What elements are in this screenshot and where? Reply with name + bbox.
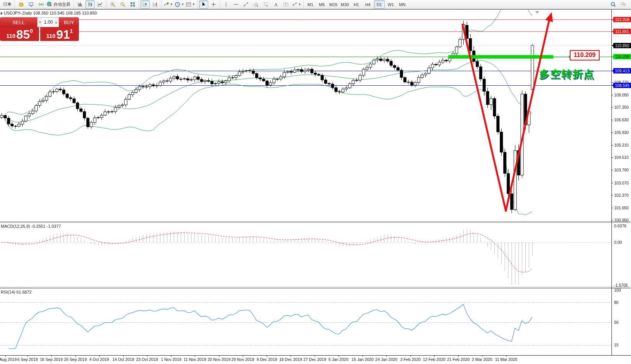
svg-text:T: T: [285, 3, 287, 6]
time-tick-mark: [434, 355, 435, 357]
time-tick-mark: [99, 355, 100, 357]
yellow-doc-icon: [18, 2, 24, 7]
time-tick-mark: [75, 355, 76, 357]
sell-price-int: 110: [6, 32, 15, 40]
sell-button[interactable]: SELL: [0, 17, 37, 27]
indicators-icon[interactable]: ▼: [163, 0, 173, 9]
price-tick-mark: [611, 157, 613, 158]
volume-input[interactable]: 1.00: [43, 20, 54, 25]
new-order-button[interactable]: 订单: [2, 0, 13, 9]
price-tick-mark: [611, 107, 613, 108]
dropdown-arrow-icon[interactable]: ▼: [192, 3, 195, 6]
timeframe-button-m30[interactable]: M30: [340, 0, 350, 9]
crosshair-icon[interactable]: [209, 0, 218, 9]
time-axis-label: 3 Feb 2020: [400, 357, 420, 362]
chart-shift-marker[interactable]: [535, 11, 539, 14]
panel-separator[interactable]: [0, 287, 631, 287]
timeframe-button-w1[interactable]: W1: [386, 0, 396, 9]
shapes-icon[interactable]: ▼: [291, 0, 302, 9]
line-chart-icon[interactable]: [95, 0, 105, 9]
chart-frame-border: [0, 9, 631, 10]
yellow-doc-icon[interactable]: [16, 0, 26, 9]
buy-price[interactable]: 110 91 1: [40, 27, 79, 41]
zoom-in-icon[interactable]: [108, 0, 117, 9]
timeframe-button-h1[interactable]: H1: [351, 0, 362, 9]
label-icon[interactable]: T: [281, 0, 291, 9]
timeframe-button-h4[interactable]: H4: [363, 0, 373, 9]
time-tick-mark: [458, 355, 459, 357]
timeframe-button-m5[interactable]: M5: [317, 0, 327, 9]
price-tick-mark: [611, 220, 613, 220]
tile-windows-icon[interactable]: [128, 0, 137, 9]
sell-price[interactable]: 110 85 0: [0, 27, 39, 41]
zoom-out-icon: [120, 2, 126, 7]
green-signal-icon[interactable]: [36, 0, 46, 9]
search-icon[interactable]: [608, 0, 618, 9]
time-tick-mark: [506, 355, 507, 357]
autotrade-button-label: 自动交易: [52, 2, 72, 7]
timeframe-button-m15[interactable]: M15: [328, 0, 339, 9]
hline-icon[interactable]: [232, 0, 241, 9]
trendline-icon[interactable]: [242, 0, 251, 9]
time-tick-mark: [267, 355, 267, 357]
dropdown-arrow-icon[interactable]: ▼: [298, 3, 301, 6]
zoom-out-icon[interactable]: [118, 0, 127, 9]
timeframe-button-mn[interactable]: MN: [397, 0, 408, 9]
time-tick-mark: [123, 355, 124, 357]
autotrade-button[interactable]: 自动交易: [46, 0, 72, 9]
time-tick-mark: [28, 355, 28, 357]
price-tick-mark: [611, 170, 613, 170]
price-tick-mark: [611, 183, 613, 183]
dropdown-arrow-icon[interactable]: ▼: [181, 3, 184, 6]
periods-icon[interactable]: ▼: [174, 0, 185, 9]
price-tick-label: 101.650: [614, 206, 629, 210]
blue-terminal-icon[interactable]: [26, 0, 36, 9]
search-icon: [610, 2, 616, 7]
toolbar-group: [139, 0, 161, 9]
panel-separator[interactable]: [0, 221, 631, 222]
templates-icon: [186, 2, 191, 7]
volume-control: ▼ 1.00 ▲: [37, 17, 59, 27]
chart-canvas[interactable]: [0, 0, 631, 364]
green-signal-icon: [38, 2, 44, 7]
time-axis-label: 6 Jan 2020: [329, 357, 348, 362]
auto-scroll-icon[interactable]: [141, 0, 150, 9]
text-icon: A: [273, 2, 279, 7]
shapes-icon: [292, 2, 298, 7]
bar-chart-icon[interactable]: [75, 0, 85, 9]
sell-price-main: 85: [16, 29, 30, 40]
candlestick-icon[interactable]: [85, 0, 95, 9]
timeframe-button-d1[interactable]: D1: [374, 0, 385, 9]
vline-icon[interactable]: [222, 0, 231, 9]
chart-shift-icon[interactable]: [150, 0, 160, 9]
time-tick-mark: [410, 355, 411, 357]
fibonacci-icon[interactable]: F: [262, 0, 271, 9]
time-axis-label: 16 Sep 2019: [40, 357, 63, 362]
chat-icon[interactable]: [618, 0, 628, 9]
volume-increase-button[interactable]: ▲: [54, 18, 59, 27]
timeframe-button-m1[interactable]: M1: [305, 0, 316, 9]
text-icon[interactable]: A: [271, 0, 281, 9]
volume-decrease-button[interactable]: ▼: [38, 18, 43, 27]
toolbar-group: 订单: [0, 0, 15, 9]
buy-button[interactable]: BUY: [59, 17, 79, 27]
price-tick-label: 103.790: [614, 168, 629, 172]
toolbar-group: EFAT▼: [220, 0, 303, 9]
price-tick-mark: [611, 208, 613, 208]
candlestick-icon: [87, 2, 93, 7]
panel-separator[interactable]: [0, 222, 631, 223]
templates-icon[interactable]: ▼: [185, 0, 196, 9]
channel-icon[interactable]: E: [252, 0, 261, 9]
chart-title: USDJPY-,Daily 108.350 110.945 108.185 11…: [4, 11, 97, 15]
cursor-icon[interactable]: [199, 0, 208, 9]
panel-separator[interactable]: [0, 288, 631, 289]
time-tick-mark: [338, 355, 339, 357]
price-tick-mark: [611, 82, 613, 83]
time-axis-border: [0, 355, 631, 356]
time-axis-label: 6 Sep 2019: [17, 357, 38, 362]
chart-collapse-icon[interactable]: [1, 12, 3, 15]
time-axis-label: 23 Oct 2019: [136, 357, 158, 362]
dropdown-arrow-icon[interactable]: ▼: [170, 3, 173, 6]
blue-terminal-icon: [28, 2, 34, 7]
toolbar-group: ▼▼▼: [161, 0, 197, 9]
